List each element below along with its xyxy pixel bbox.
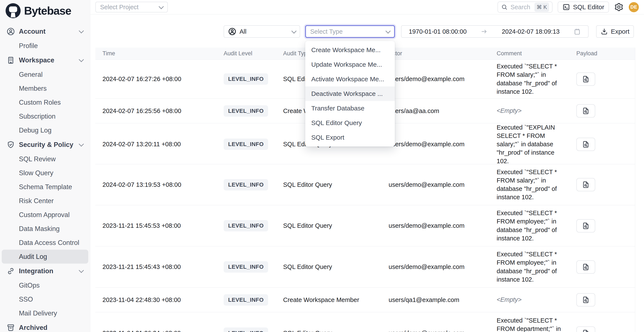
dropdown-option-sql-export[interactable]: SQL Export	[305, 130, 395, 145]
audit-comment: Executed `"SELECT * FROM department;"` i…	[497, 316, 568, 332]
main-content: Select Project Search ⌘ K SQL Editor	[90, 0, 644, 332]
sidebar-item-label: Profile	[19, 42, 38, 50]
sidebar-item-label: Security & Policy	[19, 141, 73, 149]
type-filter-select[interactable]: Select Type	[305, 25, 395, 38]
audit-time: 2023-11-21 15:45:43 +08:00	[96, 263, 216, 270]
sidebar-item-audit-log[interactable]: Audit Log	[2, 250, 88, 264]
sidebar-item-security-policy[interactable]: Security & Policy	[2, 137, 88, 152]
sidebar-item-risk-center[interactable]: Risk Center	[2, 194, 88, 208]
dropdown-option-create-workspace-member[interactable]: Create Workspace Me...	[305, 43, 395, 57]
dropdown-option-deactivate-workspace-member[interactable]: Deactivate Workspace ...	[305, 86, 395, 101]
chevron-down-icon	[385, 28, 390, 33]
sidebar: Bytebase Account Profile Workspace Gener	[0, 0, 90, 332]
sidebar-item-label: Data Access Control	[19, 239, 79, 247]
sidebar-item-schema-template[interactable]: Schema Template	[2, 180, 88, 194]
audit-level-badge: LEVEL_INFO	[224, 73, 268, 85]
settings-gear-icon[interactable]	[614, 2, 624, 12]
sidebar-item-mail-delivery[interactable]: Mail Delivery	[2, 306, 88, 320]
sidebar-item-label: Audit Log	[19, 253, 47, 261]
audit-type: SQL Editor Query	[283, 222, 388, 229]
topbar: Select Project Search ⌘ K SQL Editor	[90, 0, 644, 14]
view-payload-button[interactable]	[576, 219, 595, 232]
brand-name: Bytebase	[24, 4, 71, 17]
sidebar-item-subscription[interactable]: Subscription	[2, 109, 88, 123]
sidebar-item-custom-roles[interactable]: Custom Roles	[2, 95, 88, 109]
view-payload-button[interactable]	[576, 260, 595, 274]
sidebar-item-sql-review[interactable]: SQL Review	[2, 152, 88, 166]
chevron-down-icon	[78, 142, 84, 147]
audit-time: 2024-02-07 13:20:11 +08:00	[96, 141, 216, 148]
sidebar-item-label: Members	[19, 85, 46, 92]
type-filter-dropdown-menu: Create Workspace Me... Update Workspace …	[305, 41, 395, 147]
audit-comment: Executed `"SELECT * FROM salary;"` in da…	[497, 168, 568, 202]
audit-time: 2023-11-04 22:48:30 +08:00	[96, 296, 216, 304]
sidebar-item-data-masking[interactable]: Data Masking	[2, 222, 88, 236]
sidebar-item-label: Workspace	[19, 56, 54, 64]
sidebar-item-label: Risk Center	[19, 197, 54, 205]
sidebar-item-label: Account	[19, 28, 46, 35]
building-icon	[6, 56, 16, 65]
user-avatar[interactable]: DE	[629, 2, 639, 12]
sidebar-item-data-access-control[interactable]: Data Access Control	[2, 236, 88, 250]
dropdown-option-update-workspace-member[interactable]: Update Workspace Me...	[305, 57, 395, 72]
brand-logo[interactable]: Bytebase	[0, 0, 90, 21]
column-header-comment: Comment	[497, 50, 576, 57]
project-select-placeholder: Select Project	[100, 4, 138, 11]
search-icon	[501, 4, 508, 10]
column-header-audit-level: Audit Level	[216, 50, 283, 57]
sidebar-item-sso[interactable]: SSO	[2, 292, 88, 306]
audit-comment: Executed `"SELECT * FROM employee;"` in …	[497, 250, 568, 284]
sidebar-item-label: Data Masking	[19, 225, 60, 233]
audit-time: 2023-11-21 15:45:53 +08:00	[96, 222, 216, 229]
sidebar-item-gitops[interactable]: GitOps	[2, 278, 88, 292]
view-payload-button[interactable]	[576, 327, 595, 332]
audit-actor: users/demo@example.com	[388, 181, 497, 188]
actor-filter-select[interactable]: All	[224, 25, 300, 38]
bytebase-logo-icon	[6, 3, 20, 18]
sidebar-item-label: Mail Delivery	[19, 310, 57, 317]
arrow-right-icon	[480, 28, 488, 35]
sidebar-item-profile[interactable]: Profile	[2, 39, 88, 53]
sidebar-item-label: SQL Review	[19, 155, 56, 163]
column-header-payload: Payload	[576, 50, 635, 57]
sidebar-item-members[interactable]: Members	[2, 81, 88, 95]
sidebar-item-workspace[interactable]: Workspace	[2, 53, 88, 68]
sql-editor-button[interactable]: SQL Editor	[558, 1, 609, 13]
date-range-picker[interactable]: 1970-01-01 08:00:00 2024-02-07 18:09:13	[401, 25, 588, 38]
audit-actor: users/demo@example.com	[388, 263, 497, 270]
table-row: 2023-11-04 21:26:24 +08:00 LEVEL_INFO SQ…	[96, 312, 635, 332]
sidebar-item-general[interactable]: General	[2, 68, 88, 81]
sidebar-item-slow-query[interactable]: Slow Query	[2, 166, 88, 180]
sidebar-item-account[interactable]: Account	[2, 24, 88, 39]
table-row: 2023-11-21 15:45:53 +08:00 LEVEL_INFO SQ…	[96, 205, 635, 246]
sidebar-item-label: Debug Log	[19, 127, 52, 134]
export-button[interactable]: Export	[596, 25, 634, 38]
view-payload-button[interactable]	[576, 138, 595, 151]
search-input[interactable]: Search ⌘ K	[498, 1, 552, 13]
view-payload-button[interactable]	[576, 104, 595, 118]
sidebar-item-label: Schema Template	[19, 183, 72, 191]
archive-icon	[6, 324, 16, 332]
app-root: Bytebase Account Profile Workspace Gener	[0, 0, 644, 332]
audit-actor: users/qa1@example.com	[388, 296, 497, 304]
sidebar-item-custom-approval[interactable]: Custom Approval	[2, 208, 88, 222]
audit-level-badge: LEVEL_INFO	[224, 328, 268, 332]
view-payload-button[interactable]	[576, 293, 595, 307]
sidebar-item-archived[interactable]: Archived	[2, 320, 88, 332]
dropdown-option-transfer-database[interactable]: Transfer Database	[305, 101, 395, 116]
view-payload-button[interactable]	[576, 178, 595, 191]
dropdown-option-sql-editor-query[interactable]: SQL Editor Query	[305, 116, 395, 130]
view-payload-button[interactable]	[576, 72, 595, 86]
table-row: 2023-11-21 15:45:43 +08:00 LEVEL_INFO SQ…	[96, 246, 635, 287]
table-row: 2023-11-04 22:48:30 +08:00 LEVEL_INFO Cr…	[96, 287, 635, 312]
table-row: 2024-02-07 13:19:53 +08:00 LEVEL_INFO SQ…	[96, 164, 635, 205]
audit-actor: users/demo@example.com	[388, 141, 497, 148]
sidebar-item-integration[interactable]: Integration	[2, 264, 88, 278]
link-icon	[6, 267, 16, 275]
actor-filter-value: All	[240, 28, 246, 35]
audit-type: SQL Editor Query	[283, 181, 388, 188]
sidebar-item-debug-log[interactable]: Debug Log	[2, 123, 88, 137]
audit-type: SQL Editor Query	[283, 263, 388, 270]
project-select[interactable]: Select Project	[96, 2, 168, 12]
dropdown-option-activate-workspace-member[interactable]: Activate Workspace Me...	[305, 72, 395, 86]
